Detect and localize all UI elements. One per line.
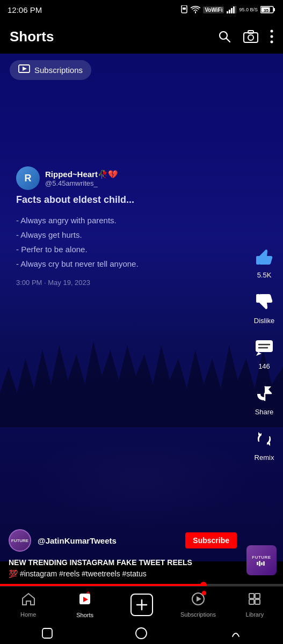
comment-count: 146 xyxy=(258,362,270,370)
camera-button[interactable] xyxy=(243,30,258,43)
chat-icon xyxy=(254,338,274,358)
nav-item-add[interactable] xyxy=(113,594,170,616)
nav-item-home[interactable]: Home xyxy=(0,592,56,618)
svg-rect-38 xyxy=(255,599,260,604)
svg-marker-20 xyxy=(23,67,27,71)
camera-icon xyxy=(243,30,258,43)
thumbs-up-icon xyxy=(254,246,274,267)
nav-label-shorts: Shorts xyxy=(76,612,93,618)
svg-rect-9 xyxy=(273,8,275,11)
tweet-name: Ripped~Heart🥀💔 xyxy=(45,170,118,179)
nav-item-subscriptions[interactable]: Subscriptions xyxy=(170,592,226,618)
subscriptions-chip-label: Subscriptions xyxy=(34,65,83,75)
svg-line-12 xyxy=(227,39,230,42)
svg-rect-3 xyxy=(229,10,230,13)
subscriptions-svg-icon xyxy=(191,592,205,606)
dislike-icon xyxy=(252,290,277,314)
channel-info: FUTURE @JatinKumarTweets Subscribe NEW T… xyxy=(0,529,245,580)
comment-button[interactable]: 146 xyxy=(252,335,277,370)
tv-icon xyxy=(18,64,30,73)
svg-rect-6 xyxy=(235,6,236,13)
home-system-button[interactable] xyxy=(134,626,149,641)
page-title: Shorts xyxy=(10,28,54,45)
svg-rect-2 xyxy=(227,11,228,13)
tweet-card: R Ripped~Heart🥀💔 @5.45amwrites_ Facts ab… xyxy=(16,166,240,287)
tweet-facts: - Always angry with parents. - Always ge… xyxy=(16,213,240,271)
description-text: NEW TRENDING INSTAGRAM FAKE TWEET REELS xyxy=(9,558,192,567)
share-icon xyxy=(252,381,277,406)
next-video-thumbnail[interactable]: FUTURE xyxy=(246,545,277,575)
shorts-icon xyxy=(77,591,92,610)
like-button[interactable]: 5.5K xyxy=(252,244,277,279)
search-button[interactable] xyxy=(217,30,231,43)
subscriptions-chip-icon xyxy=(18,64,30,76)
action-buttons: 5.5K Dislike 146 xyxy=(252,244,277,462)
library-icon xyxy=(248,592,262,609)
battery-icon: 35 xyxy=(260,6,275,13)
dislike-button[interactable]: Dislike xyxy=(252,290,277,325)
svg-rect-21 xyxy=(256,256,260,265)
recents-button[interactable] xyxy=(228,626,243,641)
svg-rect-15 xyxy=(248,31,253,33)
status-time: 12:06 PM xyxy=(8,5,42,14)
next-thumb-inner: FUTURE xyxy=(246,545,277,575)
nav-label-subscriptions: Subscriptions xyxy=(180,611,216,618)
svg-point-14 xyxy=(248,35,253,40)
more-options-button[interactable] xyxy=(270,30,273,43)
svg-rect-29 xyxy=(263,561,265,566)
tweet-user-info: Ripped~Heart🥀💔 @5.45amwrites_ xyxy=(45,170,118,187)
svg-rect-22 xyxy=(256,294,260,303)
plus-icon xyxy=(136,599,148,611)
svg-point-18 xyxy=(271,41,273,43)
svg-point-16 xyxy=(271,30,273,33)
svg-rect-13 xyxy=(244,33,258,42)
like-count: 5.5K xyxy=(257,271,272,279)
nav-item-library[interactable]: Library xyxy=(227,592,283,618)
network-speed: 95.0 B/S xyxy=(239,7,258,12)
recents-icon xyxy=(229,627,242,640)
subscriptions-nav-icon xyxy=(191,592,205,609)
share-label: Share xyxy=(255,408,274,416)
home-circle-icon xyxy=(135,627,148,640)
back-icon xyxy=(41,627,54,640)
svg-rect-36 xyxy=(255,594,260,598)
description-hashtags: #instagram #reels #tweetreels #status xyxy=(20,569,147,578)
bottom-nav: Home Shorts Subscriptions xyxy=(0,586,283,623)
signal-icon xyxy=(227,6,236,13)
subscriptions-chip[interactable]: Subscriptions xyxy=(10,60,91,80)
remix-button[interactable]: Remix xyxy=(252,427,277,462)
svg-rect-5 xyxy=(233,6,235,13)
tweet-handle: @5.45amwrites_ xyxy=(45,179,118,187)
back-button[interactable] xyxy=(40,626,55,641)
add-button[interactable] xyxy=(130,594,153,616)
dislike-label: Dislike xyxy=(254,317,274,325)
comment-icon xyxy=(252,335,277,360)
system-nav xyxy=(0,623,283,644)
remix-icon xyxy=(252,427,277,451)
tweet-avatar: R xyxy=(16,166,40,190)
like-icon xyxy=(252,244,277,269)
svg-rect-28 xyxy=(261,562,263,565)
home-svg-icon xyxy=(21,592,35,606)
tweet-main-text: Facts about eldest child... xyxy=(16,194,240,206)
channel-avatar-text: FUTURE xyxy=(11,538,28,543)
svg-rect-26 xyxy=(257,562,258,565)
top-nav: Shorts xyxy=(0,19,283,54)
svg-rect-4 xyxy=(231,8,233,13)
thumbs-down-icon xyxy=(254,292,274,312)
remix-arrows-icon xyxy=(254,429,274,449)
home-icon xyxy=(21,592,35,609)
top-nav-actions xyxy=(217,30,273,43)
status-icons: VoWiFi 95.0 B/S 35 xyxy=(180,5,275,14)
share-button[interactable]: Share xyxy=(252,381,277,416)
nav-item-shorts[interactable]: Shorts xyxy=(56,591,113,618)
tweet-card-header: R Ripped~Heart🥀💔 @5.45amwrites_ xyxy=(16,166,240,190)
description-emoji: 💯 xyxy=(9,569,18,578)
subscribe-button[interactable]: Subscribe xyxy=(185,532,237,548)
more-icon xyxy=(270,30,273,43)
channel-avatar: FUTURE xyxy=(9,529,31,552)
svg-rect-1 xyxy=(183,8,186,10)
svg-point-40 xyxy=(136,628,147,639)
svg-text:35: 35 xyxy=(264,8,269,13)
svg-rect-27 xyxy=(259,561,260,566)
